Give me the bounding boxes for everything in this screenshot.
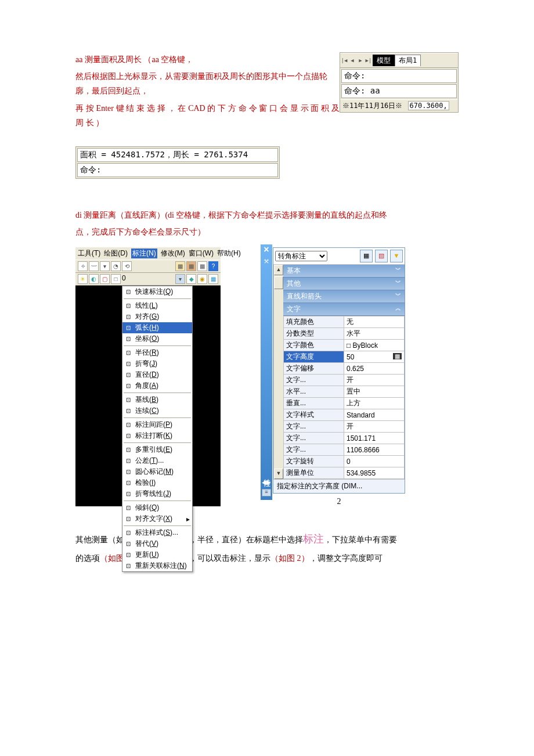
tool-icon[interactable]: ▾ <box>100 261 110 271</box>
menu-draw[interactable]: 绘图(D) <box>104 249 128 258</box>
menu-item[interactable]: ⊡倾斜(Q) <box>122 502 192 513</box>
property-value[interactable]: 开 <box>344 375 405 386</box>
property-value[interactable]: 无 <box>344 316 405 328</box>
tab-layout1[interactable]: 布局1 <box>395 55 421 66</box>
cmd-prompt[interactable]: 命令: <box>77 163 278 177</box>
layer-icon[interactable]: ☀ <box>78 274 88 284</box>
property-row[interactable]: 文字...1106.8666 <box>284 444 405 456</box>
layer-icon[interactable]: ◐ <box>89 274 99 284</box>
menu-item[interactable]: ⊡折弯线性(J) <box>122 488 192 499</box>
scrollbar[interactable]: ▲ ▼ <box>273 265 283 479</box>
property-row[interactable]: 文字高度50▦ <box>284 351 405 363</box>
scroll-up-icon[interactable]: ▲ <box>274 265 283 275</box>
menu-item[interactable]: ⊡标注样式(S)... <box>122 527 192 538</box>
menu-item[interactable]: ⊡坐标(O) <box>122 333 192 344</box>
property-value[interactable]: 上方 <box>344 398 405 409</box>
menu-item[interactable]: ⊡折弯(J) <box>122 358 192 369</box>
pickset-icon[interactable]: ▦ <box>360 250 373 262</box>
menu-item[interactable]: ⊡标注打断(K) <box>122 430 192 441</box>
property-value[interactable]: 0.625 <box>344 363 405 375</box>
property-value[interactable]: 534.9855 <box>344 467 405 479</box>
menu-help[interactable]: 帮助(H) <box>217 249 241 258</box>
property-value[interactable]: Standard <box>344 409 405 421</box>
menu-item[interactable]: ⊡快速标注(Q) <box>122 286 192 297</box>
layer-icon[interactable]: ▢ <box>100 274 110 284</box>
property-value[interactable]: 1106.8666 <box>344 444 405 456</box>
property-row[interactable]: 文字...开 <box>284 375 405 386</box>
property-row[interactable]: 分数类型水平 <box>284 328 405 340</box>
menu-item[interactable]: ⊡角度(A) <box>122 380 192 391</box>
layer-name[interactable]: 0 <box>122 274 126 284</box>
quickselect-icon[interactable]: ▧ <box>375 250 388 262</box>
tool-icon[interactable]: ✧ <box>78 261 88 271</box>
menu-item[interactable]: ⊡对齐(G) <box>122 311 192 322</box>
menu-item[interactable]: ⊡检验(I) <box>122 477 192 488</box>
command-line-2[interactable]: 命令: aa <box>341 84 457 98</box>
property-row[interactable]: 测量单位534.9855 <box>284 467 405 479</box>
property-row[interactable]: 垂直...上方 <box>284 398 405 409</box>
tool-icon[interactable]: ◆ <box>186 274 196 284</box>
property-value[interactable]: 50▦ <box>344 351 405 363</box>
property-row[interactable]: 文字...1501.171 <box>284 433 405 444</box>
menu-dimension[interactable]: 标注(N) <box>131 249 157 258</box>
menu-item[interactable]: ⊡圆心标记(M) <box>122 466 192 477</box>
menu-window[interactable]: 窗口(W) <box>189 249 214 258</box>
menu-item[interactable]: ⊡半径(R) <box>122 347 192 358</box>
close-icon[interactable]: × <box>264 244 269 255</box>
property-group-header[interactable]: 其他︾ <box>283 278 405 290</box>
layer-icon[interactable]: □ <box>111 274 121 284</box>
menu-item[interactable]: ⊡替代(V) <box>122 538 192 549</box>
pin-icon[interactable]: ⤧ <box>264 257 269 265</box>
tool-icon[interactable]: ▦ <box>186 261 196 271</box>
object-type-select[interactable]: 转角标注 <box>275 251 327 261</box>
menu-item[interactable]: ⊡直径(D) <box>122 369 192 380</box>
tool-icon[interactable]: ▾ <box>175 274 185 284</box>
tool-icon[interactable]: 〰 <box>89 261 99 271</box>
property-row[interactable]: 文字旋转0 <box>284 456 405 467</box>
menu-item[interactable]: ⊡基线(B) <box>122 394 192 405</box>
tool-icon[interactable]: ⟲ <box>122 261 132 271</box>
property-value[interactable]: 1501.171 <box>344 433 405 444</box>
property-group-header[interactable]: 基本︾ <box>283 265 405 278</box>
tool-icon[interactable]: ◉ <box>197 274 207 284</box>
property-row[interactable]: 文字...开 <box>284 421 405 433</box>
resize-icon[interactable]: ◀▶ <box>262 479 271 485</box>
property-value[interactable]: 开 <box>344 421 405 433</box>
property-value[interactable]: 置中 <box>344 386 405 398</box>
property-group-header[interactable]: 直线和箭头︾ <box>283 290 405 303</box>
menu-item[interactable]: ⊡线性(L) <box>122 300 192 311</box>
menu-item[interactable]: ⊡标注间距(P) <box>122 419 192 430</box>
menu-item[interactable]: ⊡连续(C) <box>122 405 192 416</box>
help-icon[interactable]: ? <box>208 261 218 271</box>
property-row[interactable]: 水平...置中 <box>284 386 405 398</box>
tool-icon[interactable]: ◔ <box>111 261 121 271</box>
menu-tools[interactable]: 工具(T) <box>78 249 100 258</box>
menu-item-icon: ⊡ <box>124 288 133 296</box>
tool-icon[interactable]: ▦ <box>197 261 207 271</box>
menu-item[interactable]: ⊡公差(T)... <box>122 455 192 466</box>
property-row[interactable]: 文字样式Standard <box>284 409 405 421</box>
menu-item-icon: ⊡ <box>124 360 133 368</box>
menu-item[interactable]: ⊡多重引线(E) <box>122 444 192 455</box>
menu-item[interactable]: ⊡对齐文字(X)▸ <box>122 513 192 524</box>
scroll-thumb[interactable] <box>274 276 283 289</box>
menu-item[interactable]: ⊡更新(U) <box>122 549 192 560</box>
property-value[interactable]: □ ByBlock <box>344 340 405 351</box>
property-value[interactable]: 0 <box>344 456 405 467</box>
menu-modify[interactable]: 修改(M) <box>161 249 185 258</box>
property-key: 垂直... <box>284 398 344 409</box>
property-value[interactable]: 水平 <box>344 328 405 340</box>
property-row[interactable]: 文字偏移0.625 <box>284 363 405 375</box>
filter-icon[interactable]: ▼ <box>390 250 403 262</box>
tool-icon[interactable]: ▦ <box>208 274 218 284</box>
caption-2: 2 <box>273 497 405 506</box>
menu-icon[interactable]: ≡ <box>262 489 271 496</box>
menu-item[interactable]: ⊡重新关联标注(N) <box>122 560 192 571</box>
property-group-header[interactable]: 文字︽ <box>283 303 405 316</box>
tool-icon[interactable]: ▦ <box>175 261 185 271</box>
scroll-down-icon[interactable]: ▼ <box>274 469 283 479</box>
tab-model[interactable]: 模型 <box>373 55 395 66</box>
menu-item[interactable]: ⊡弧长(H) <box>122 322 192 333</box>
property-row[interactable]: 填充颜色无 <box>284 316 405 328</box>
property-row[interactable]: 文字颜色□ ByBlock <box>284 340 405 351</box>
